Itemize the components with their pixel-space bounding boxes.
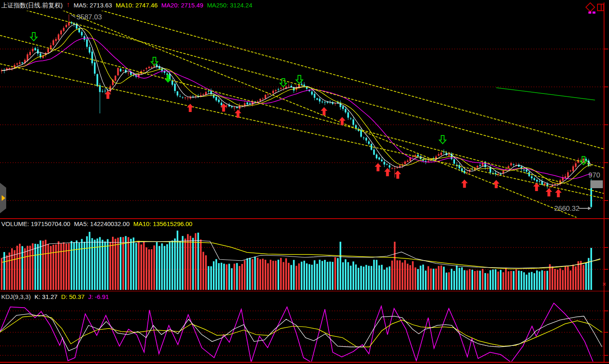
corner-x-marker[interactable]: × <box>602 280 606 287</box>
kdj-header: KDJ(9,3,3) K: 31.27 D: 50.37 J: -6.91 <box>1 293 109 301</box>
ma5-readout: MA5: 2713.63 <box>74 2 112 9</box>
svg-text:2660.32: 2660.32 <box>554 205 579 212</box>
magenta-dash-icon <box>593 12 595 14</box>
ma10-readout: MA10: 2747.46 <box>116 2 158 9</box>
ma250-readout: MA250: 3124.24 <box>207 2 252 9</box>
kdj-d-readout: D: 50.37 <box>61 293 85 301</box>
ma20-readout: MA20: 2715.49 <box>161 2 203 9</box>
kdj-k-readout: K: 31.27 <box>35 293 58 301</box>
volume-ma10-readout: MA10: 135615296.00 <box>133 220 192 228</box>
up-arrow-icon: ↑ <box>66 2 70 9</box>
magenta-dash-icon <box>588 12 591 14</box>
svg-text:3587.03: 3587.03 <box>77 13 102 21</box>
trading-app-window: 3587.032660.32970 上证指数(日线.前复权) ↑ MA5: 27… <box>0 0 609 364</box>
volume-readout: VOLUME: 197150704.00 <box>1 220 70 228</box>
svg-text:970: 970 <box>588 171 600 179</box>
volume-header: VOLUME: 197150704.00 MA5: 142240032.00 M… <box>1 220 192 228</box>
chart-canvas[interactable]: 3587.032660.32970 <box>0 0 609 364</box>
kdj-label: KDJ(9,3,3) <box>1 293 31 301</box>
main-chart-header: 上证指数(日线.前复权) ↑ MA5: 2713.63 MA10: 2747.4… <box>1 2 252 9</box>
slide-tab-arrow-icon[interactable] <box>2 195 5 201</box>
instrument-title: 上证指数(日线.前复权) <box>1 2 63 9</box>
split-window-icon[interactable] <box>597 4 604 11</box>
kdj-j-readout: J: -6.91 <box>88 293 109 301</box>
volume-ma5-readout: MA5: 142240032.00 <box>74 220 130 228</box>
